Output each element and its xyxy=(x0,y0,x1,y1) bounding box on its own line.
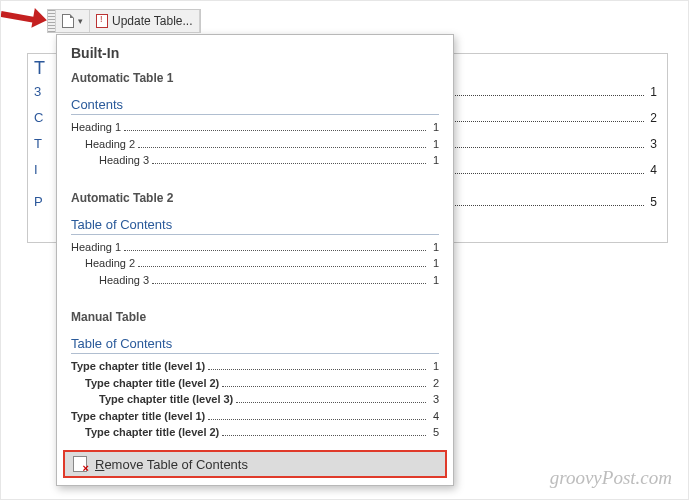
toc-preview-row: Heading 21 xyxy=(71,255,439,272)
toc-preview-rows: Type chapter title (level 1)1 Type chapt… xyxy=(57,358,453,447)
gallery-category: Built-In xyxy=(57,35,453,65)
update-table-label: Update Table... xyxy=(112,14,193,28)
toc-preview-title: Table of Contents xyxy=(71,207,439,235)
doc-stub: P xyxy=(34,194,43,210)
toc-preview-title: Contents xyxy=(71,87,439,115)
toc-gallery-button[interactable]: ▾ xyxy=(56,10,90,32)
toc-preview-row: Type chapter title (level 1)1 xyxy=(71,358,439,375)
toc-preview-row: Type chapter title (level 2)2 xyxy=(71,375,439,392)
doc-toc-row: 5 xyxy=(446,194,657,210)
toc-preview-row: Type chapter title (level 3)3 xyxy=(71,391,439,408)
page-icon xyxy=(62,14,74,28)
doc-toc-row: 3 xyxy=(446,136,657,152)
remove-toc-menuitem[interactable]: Remove Table of Contents xyxy=(63,450,447,478)
toc-preview-row: Heading 21 xyxy=(71,136,439,153)
update-table-button[interactable]: Update Table... xyxy=(90,10,200,32)
toc-mini-toolbar: ▾ Update Table... xyxy=(47,9,201,33)
callout-arrow xyxy=(1,3,49,29)
gallery-item-title: Manual Table xyxy=(57,294,453,326)
doc-toc-row: 1 xyxy=(446,84,657,100)
toc-preview-row: Heading 31 xyxy=(71,272,439,289)
toc-preview-rows: Heading 11 Heading 21 Heading 31 xyxy=(57,239,453,295)
gallery-item-title: Automatic Table 2 xyxy=(57,175,453,207)
chevron-down-icon: ▾ xyxy=(78,16,83,26)
gallery-item-manual[interactable]: Manual Table Table of Contents Type chap… xyxy=(57,294,453,447)
toc-preview-row: Type chapter title (level 2)5 xyxy=(71,424,439,441)
toc-preview-row: Heading 11 xyxy=(71,239,439,256)
toc-gallery-dropdown: Built-In Automatic Table 1 Contents Head… xyxy=(56,34,454,486)
doc-stub: 3 xyxy=(34,84,41,100)
doc-toc-row: 2 xyxy=(446,110,657,126)
gallery-item-auto1[interactable]: Automatic Table 1 Contents Heading 11 He… xyxy=(57,65,453,175)
watermark: groovyPost.com xyxy=(550,467,672,489)
doc-title-stub: T xyxy=(34,58,45,74)
remove-toc-label: Remove Table of Contents xyxy=(95,457,248,472)
update-icon xyxy=(96,14,108,28)
doc-stub: I xyxy=(34,162,38,178)
toc-preview-row: Type chapter title (level 1)4 xyxy=(71,408,439,425)
gallery-item-title: Automatic Table 1 xyxy=(57,65,453,87)
remove-toc-icon xyxy=(73,456,87,472)
doc-stub: T xyxy=(34,136,42,152)
toolbar-grip[interactable] xyxy=(48,10,56,32)
doc-stub: C xyxy=(34,110,43,126)
toc-preview-row: Heading 11 xyxy=(71,119,439,136)
toc-preview-title: Table of Contents xyxy=(71,326,439,354)
toc-preview-rows: Heading 11 Heading 21 Heading 31 xyxy=(57,119,453,175)
toc-preview-row: Heading 31 xyxy=(71,152,439,169)
doc-toc-row: 4 xyxy=(446,162,657,178)
gallery-item-auto2[interactable]: Automatic Table 2 Table of Contents Head… xyxy=(57,175,453,295)
